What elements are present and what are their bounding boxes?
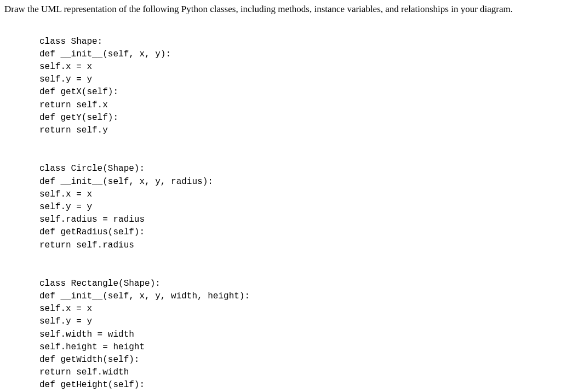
code-line: def getWidth(self): [39,355,139,365]
code-line: self.radius = radius [39,215,145,224]
code-line: return self.x [39,100,108,110]
code-line: self.y = y [39,316,92,326]
code-line: def getHeight(self): [39,380,145,390]
code-line: def getX(self): [39,87,118,97]
code-listing: class Shape: def __init__(self, x, y): s… [0,23,561,393]
code-line: def __init__(self, x, y, width, height): [39,291,250,301]
rectangle-class-code: class Rectangle(Shape): def __init__(sel… [39,278,561,392]
code-line: return self.width [39,367,129,377]
code-line: class Rectangle(Shape): [39,279,161,289]
code-line: class Circle(Shape): [39,164,145,174]
code-line: self.y = y [39,202,92,212]
question-prompt: Draw the UML representation of the follo… [0,0,561,23]
code-line: def getRadius(self): [39,227,145,237]
code-line: def getY(self): [39,113,118,123]
code-line: self.width = width [39,330,134,339]
code-line: self.x = x [39,304,92,314]
code-line: self.x = x [39,62,92,72]
code-line: def __init__(self, x, y, radius): [39,177,213,187]
code-line: class Shape: [39,37,102,47]
code-line: def __init__(self, x, y): [39,49,171,59]
code-line: return self.radius [39,240,134,250]
document-content: Draw the UML representation of the follo… [0,0,561,392]
code-line: self.y = y [39,74,92,84]
code-line: self.height = height [39,342,145,352]
circle-class-code: class Circle(Shape): def __init__(self, … [39,163,561,251]
code-line: return self.y [39,125,108,135]
shape-class-code: class Shape: def __init__(self, x, y): s… [39,36,561,137]
code-line: self.x = x [39,189,92,199]
